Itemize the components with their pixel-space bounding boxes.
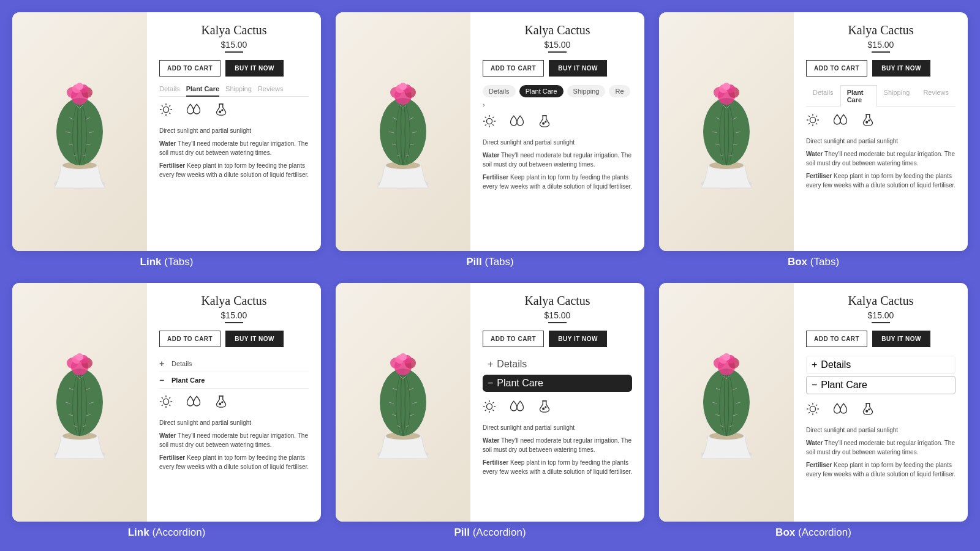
card-price: $15.00 [483, 310, 632, 320]
tabs-link: DetailsPlant CareShippingReviews [159, 85, 309, 97]
add-to-cart-button[interactable]: ADD TO CART [483, 60, 544, 77]
card-title: Kalya Cactus [483, 294, 632, 308]
svg-point-180 [810, 406, 815, 411]
accordion-item[interactable]: + Details [483, 356, 632, 373]
add-to-cart-button[interactable]: ADD TO CART [159, 60, 221, 77]
buy-it-now-button[interactable]: BUY IT NOW [872, 60, 930, 77]
accordion-item[interactable]: + Details [806, 356, 956, 374]
tab-item[interactable]: Plant Care [519, 85, 564, 97]
tab-item[interactable]: Plant Care [186, 85, 219, 97]
accordion-list: + Details − Plant Care [806, 356, 956, 396]
plant-care-text: Direct sunlight and partial sunlight Wat… [806, 425, 956, 482]
sun-icon [483, 400, 496, 417]
svg-point-19 [76, 83, 83, 90]
add-to-cart-button[interactable]: ADD TO CART [806, 60, 867, 77]
plant-care-text: Direct sunlight and partial sunlight Wat… [483, 423, 632, 480]
icons-row [806, 113, 956, 130]
card-image [336, 12, 470, 251]
card-box-accordion: Kalya Cactus $15.00 ADD TO CART BUY IT N… [659, 283, 968, 522]
svg-point-30 [219, 111, 221, 113]
card-content: Kalya Cactus $15.00 ADD TO CART BUY IT N… [794, 12, 968, 251]
svg-line-186 [816, 412, 817, 413]
cell-link-tabs: Kalya Cactus $15.00 ADD TO CART BUY IT N… [12, 12, 321, 268]
card-title: Kalya Cactus [806, 294, 956, 308]
svg-line-25 [162, 105, 163, 107]
sun-icon [806, 402, 820, 419]
svg-line-26 [169, 113, 170, 114]
accordion-list: + Details − Plant Care [483, 356, 632, 394]
fertiliser-icon [861, 113, 875, 130]
tab-item[interactable]: Re [609, 85, 630, 97]
tab-item[interactable]: Reviews [916, 85, 956, 107]
cell-label-link-accordion: Link (Accordion) [128, 527, 206, 539]
water-icon [185, 395, 202, 412]
svg-line-153 [485, 402, 486, 403]
card-content: Kalya Cactus $15.00 ADD TO CART BUY IT N… [794, 283, 968, 522]
card-image [659, 283, 794, 522]
accordion-list: + Details − Plant Care [159, 356, 309, 389]
icons-row [159, 395, 309, 412]
card-image [12, 12, 147, 251]
card-divider [225, 51, 243, 53]
buy-it-now-button[interactable]: BUY IT NOW [872, 331, 930, 347]
svg-point-51 [399, 83, 407, 90]
card-price: $15.00 [159, 40, 309, 50]
svg-point-62 [543, 122, 545, 124]
svg-line-188 [809, 412, 810, 413]
card-image [659, 12, 794, 251]
card-image [336, 283, 470, 522]
fertiliser-icon [214, 395, 228, 412]
tab-item[interactable]: Shipping [877, 85, 917, 107]
card-box-tabs: Kalya Cactus $15.00 ADD TO CART BUY IT N… [659, 12, 968, 251]
card-title: Kalya Cactus [806, 23, 956, 37]
tab-item[interactable]: Details [159, 85, 180, 94]
tabs-pill: DetailsPlant CareShippingRe› [483, 85, 632, 108]
water-icon [832, 113, 849, 130]
accordion-item[interactable]: − Plant Care [483, 375, 632, 392]
tab-item[interactable]: Details [483, 85, 516, 97]
cell-box-accordion: Kalya Cactus $15.00 ADD TO CART BUY IT N… [659, 283, 968, 539]
svg-point-159 [545, 407, 546, 408]
svg-line-91 [816, 116, 817, 117]
card-link-accordion: Kalya Cactus $15.00 ADD TO CART BUY IT N… [12, 283, 321, 522]
svg-point-94 [866, 121, 868, 123]
fertiliser-icon [861, 402, 875, 419]
buy-it-now-button[interactable]: BUY IT NOW [549, 331, 607, 347]
card-pill-tabs: Kalya Cactus $15.00 ADD TO CART BUY IT N… [336, 12, 644, 251]
water-icon [508, 114, 526, 132]
btn-row: ADD TO CART BUY IT NOW [159, 331, 309, 347]
tab-item[interactable]: Plant Care [840, 85, 877, 107]
plant-care-text: Direct sunlight and partial sunlight Wat… [159, 126, 309, 183]
main-grid: Kalya Cactus $15.00 ADD TO CART BUY IT N… [12, 12, 968, 539]
buy-it-now-button[interactable]: BUY IT NOW [549, 60, 607, 77]
svg-point-148 [486, 403, 492, 409]
svg-line-58 [492, 124, 494, 126]
svg-point-115 [76, 353, 83, 361]
tabs-more[interactable]: › [483, 101, 485, 108]
buy-it-now-button[interactable]: BUY IT NOW [225, 331, 284, 347]
svg-line-154 [492, 410, 494, 411]
svg-line-187 [816, 405, 817, 406]
svg-point-158 [543, 408, 545, 410]
card-image [12, 283, 147, 522]
card-title: Kalya Cactus [483, 23, 632, 37]
tab-item[interactable]: Shipping [567, 85, 606, 97]
svg-point-20 [163, 107, 168, 112]
accordion-item[interactable]: + Details [159, 356, 309, 372]
tab-item[interactable]: Details [806, 85, 840, 107]
icons-row [806, 402, 956, 419]
tab-item[interactable]: Shipping [225, 85, 252, 94]
card-title: Kalya Cactus [159, 294, 309, 308]
tab-item[interactable]: Reviews [258, 85, 284, 94]
add-to-cart-button[interactable]: ADD TO CART [806, 331, 867, 347]
plant-care-text: Direct sunlight and partial sunlight Wat… [806, 137, 956, 193]
add-to-cart-button[interactable]: ADD TO CART [159, 331, 221, 347]
svg-line-185 [809, 405, 810, 406]
icons-row [483, 114, 632, 132]
svg-point-84 [810, 117, 815, 122]
buy-it-now-button[interactable]: BUY IT NOW [225, 60, 284, 77]
add-to-cart-button[interactable]: ADD TO CART [483, 331, 544, 347]
accordion-item[interactable]: − Plant Care [159, 372, 309, 389]
tabs-box: DetailsPlant CareShippingReviews [806, 85, 956, 107]
accordion-item[interactable]: − Plant Care [806, 376, 956, 394]
